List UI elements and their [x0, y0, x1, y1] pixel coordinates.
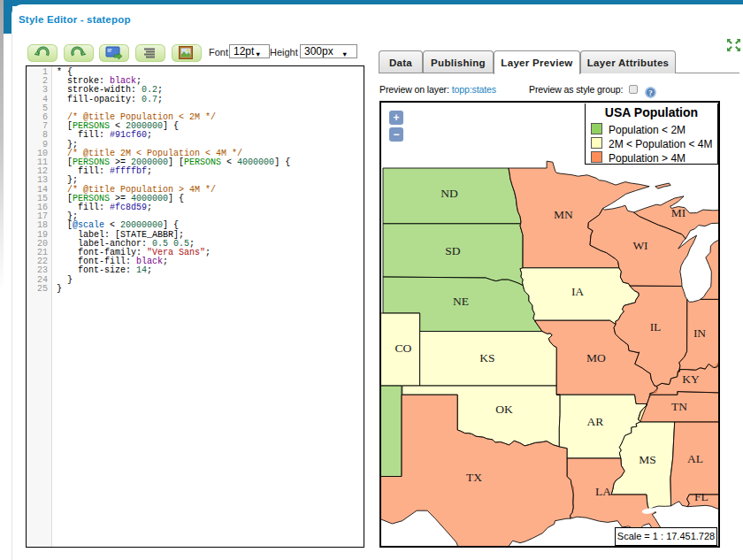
svg-text:MI: MI	[671, 206, 686, 219]
svg-text:TN: TN	[671, 400, 687, 413]
svg-text:LA: LA	[595, 485, 611, 498]
svg-text:WI: WI	[632, 239, 648, 252]
svg-text:?: ?	[648, 88, 653, 97]
svg-text:IA: IA	[571, 285, 584, 298]
svg-text:MO: MO	[586, 351, 606, 364]
svg-text:MS: MS	[639, 453, 656, 466]
svg-text:ND: ND	[440, 187, 458, 200]
svg-text:IN: IN	[693, 326, 706, 340]
svg-text:IL: IL	[650, 320, 662, 334]
svg-text:FL: FL	[694, 490, 709, 503]
svg-text:KS: KS	[479, 351, 494, 364]
svg-text:CO: CO	[395, 341, 412, 355]
svg-text:AL: AL	[687, 452, 703, 465]
svg-text:TX: TX	[466, 471, 482, 484]
svg-text:SD: SD	[445, 244, 461, 257]
svg-text:MN: MN	[554, 208, 573, 221]
svg-text:OK: OK	[495, 403, 513, 416]
svg-text:AR: AR	[587, 415, 604, 428]
svg-text:NE: NE	[453, 295, 469, 308]
svg-text:KY: KY	[682, 372, 700, 386]
